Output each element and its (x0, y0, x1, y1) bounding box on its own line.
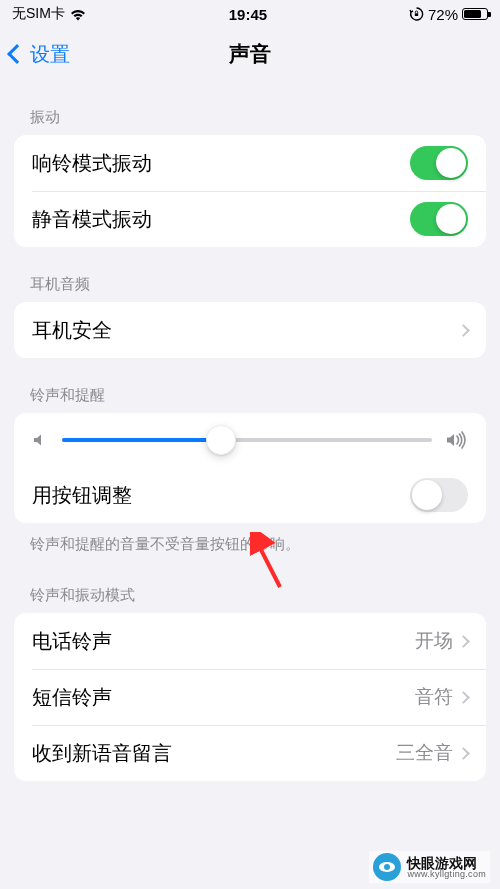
row-change-with-buttons[interactable]: 用按钮调整 (14, 467, 486, 523)
battery-icon (462, 8, 488, 20)
nav-bar: 设置 声音 (0, 28, 500, 80)
row-ringtone[interactable]: 电话铃声 开场 (14, 613, 486, 669)
row-ring-vibrate[interactable]: 响铃模式振动 (14, 135, 486, 191)
row-silent-vibrate[interactable]: 静音模式振动 (14, 191, 486, 247)
chevron-right-icon (457, 635, 470, 648)
volume-slider[interactable] (62, 438, 432, 442)
row-text-tone[interactable]: 短信铃声 音符 (14, 669, 486, 725)
ring-vibrate-label: 响铃模式振动 (32, 150, 410, 177)
status-bar: 无SIM卡 19:45 72% (0, 0, 500, 28)
watermark-logo-icon (373, 853, 401, 881)
row-headphone-safety[interactable]: 耳机安全 (14, 302, 486, 358)
watermark-url: www.kyllgting.com (407, 870, 486, 879)
chevron-right-icon (457, 691, 470, 704)
group-vibration: 响铃模式振动 静音模式振动 (14, 135, 486, 247)
watermark: 快眼游戏网 www.kyllgting.com (369, 851, 490, 883)
slider-thumb[interactable] (206, 425, 236, 455)
voicemail-label: 收到新语音留言 (32, 740, 396, 767)
status-time: 19:45 (229, 6, 267, 23)
page-title: 声音 (0, 40, 500, 68)
group-ringer: 用按钮调整 (14, 413, 486, 523)
headphone-safety-label: 耳机安全 (32, 317, 459, 344)
change-with-buttons-label: 用按钮调整 (32, 482, 410, 509)
watermark-title: 快眼游戏网 (407, 856, 486, 870)
group-headphone: 耳机安全 (14, 302, 486, 358)
silent-vibrate-label: 静音模式振动 (32, 206, 410, 233)
text-tone-value: 音符 (415, 684, 453, 710)
row-voicemail[interactable]: 收到新语音留言 三全音 (14, 725, 486, 781)
group-patterns: 电话铃声 开场 短信铃声 音符 收到新语音留言 三全音 (14, 613, 486, 781)
rotation-lock-icon (409, 7, 424, 22)
silent-vibrate-toggle[interactable] (410, 202, 468, 236)
change-with-buttons-toggle[interactable] (410, 478, 468, 512)
text-tone-label: 短信铃声 (32, 684, 415, 711)
sim-status: 无SIM卡 (12, 5, 65, 23)
voicemail-value: 三全音 (396, 740, 453, 766)
ring-vibrate-toggle[interactable] (410, 146, 468, 180)
speaker-low-icon (32, 432, 48, 448)
section-header-vibration: 振动 (0, 80, 500, 135)
svg-rect-0 (415, 13, 418, 16)
wifi-icon (69, 8, 87, 21)
section-header-headphone: 耳机音频 (0, 247, 500, 302)
ringtone-value: 开场 (415, 628, 453, 654)
ringtone-label: 电话铃声 (32, 628, 415, 655)
section-header-patterns: 铃声和振动模式 (0, 558, 500, 613)
ringer-footer: 铃声和提醒的音量不受音量按钮的影响。 (0, 523, 500, 558)
chevron-right-icon (457, 747, 470, 760)
chevron-right-icon (457, 324, 470, 337)
section-header-ringer: 铃声和提醒 (0, 358, 500, 413)
speaker-high-icon (446, 431, 468, 449)
battery-pct: 72% (428, 6, 458, 23)
row-volume-slider (14, 413, 486, 467)
